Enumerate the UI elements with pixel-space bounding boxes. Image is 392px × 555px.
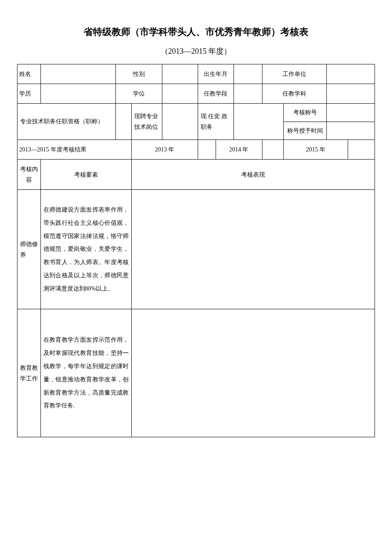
- row1-elements: 在师德建设方面发挥表率作用，带头践行社会主义核心价值观，模范遵守国家法律法规，恪…: [40, 190, 132, 309]
- value-prof-title: [115, 104, 132, 139]
- label-assess-content: 考核内容: [17, 159, 41, 189]
- value-current-post: [162, 104, 198, 139]
- label-party-post: 现 任党 政职务: [198, 104, 233, 139]
- label-name: 姓名: [17, 64, 41, 84]
- value-2015: [348, 139, 375, 159]
- value-gender: [162, 64, 198, 84]
- value-stage: [233, 84, 262, 104]
- row2-elements: 在教育教学方面发挥示范作用，及时掌握现代教育技能，坚持一线教学，每学年达到规定的…: [40, 309, 132, 437]
- table-row: 师德修养 在师德建设方面发挥表率作用，带头践行社会主义核心价值观，模范遵守国家法…: [17, 190, 375, 309]
- value-grant-time: [326, 122, 375, 139]
- row1-content: 师德修养: [17, 190, 41, 309]
- assessment-table: 姓名 性别 出生年月 工作单位 学历 学位 任教学段 任教学科 专业技术职务任职…: [17, 64, 375, 437]
- label-stage: 任教学段: [198, 84, 233, 104]
- value-party-post: [233, 104, 283, 139]
- page-subtitle: （2013—2015 年度）: [17, 46, 375, 56]
- label-2014: 2014 年: [216, 139, 262, 159]
- value-name: [40, 64, 115, 84]
- label-2015: 2015 年: [283, 139, 348, 159]
- value-2014: [262, 139, 283, 159]
- label-results: 2013—2015 年度考核结果: [17, 139, 132, 159]
- row2-perf: [132, 309, 375, 437]
- label-prof-title: 专业技术职务任职资格（职称）: [17, 104, 116, 139]
- label-workunit: 工作单位: [262, 64, 326, 84]
- label-grant-time: 称号授予时间: [283, 122, 326, 139]
- label-assess-title: 考核称号: [283, 104, 326, 122]
- row1-perf: [132, 190, 375, 309]
- label-birth: 出生年月: [198, 64, 233, 84]
- label-education: 学历: [17, 84, 41, 104]
- value-education: [40, 84, 115, 104]
- table-row: 专业技术职务任职资格（职称） 现聘专业技术岗位 现 任党 政职务 考核称号: [17, 104, 375, 122]
- label-assess-perf: 考核表现: [132, 159, 375, 189]
- value-workunit: [326, 64, 375, 84]
- page-title: 省特级教师（市学科带头人、市优秀青年教师）考核表: [17, 26, 375, 38]
- table-row: 姓名 性别 出生年月 工作单位: [17, 64, 375, 84]
- table-row: 2013—2015 年度考核结果 2013 年 2014 年 2015 年: [17, 139, 375, 159]
- label-current-post: 现聘专业技术岗位: [132, 104, 162, 139]
- value-subject: [326, 84, 375, 104]
- value-2013: [198, 139, 216, 159]
- label-subject: 任教学科: [262, 84, 326, 104]
- label-2013: 2013 年: [132, 139, 198, 159]
- label-gender: 性别: [115, 64, 162, 84]
- label-degree: 学位: [115, 84, 162, 104]
- table-row: 学历 学位 任教学段 任教学科: [17, 84, 375, 104]
- table-row: 考核内容 考核要素 考核表现: [17, 159, 375, 189]
- value-degree: [162, 84, 198, 104]
- row2-content: 教育教学工作: [17, 309, 41, 437]
- label-assess-elements: 考核要素: [40, 159, 132, 189]
- value-birth: [233, 64, 262, 84]
- table-row: 教育教学工作 在教育教学方面发挥示范作用，及时掌握现代教育技能，坚持一线教学，每…: [17, 309, 375, 437]
- value-assess-title: [326, 104, 375, 122]
